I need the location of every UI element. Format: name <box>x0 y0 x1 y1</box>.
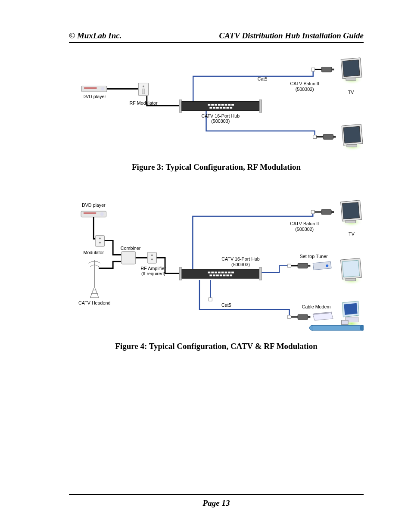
svg-rect-45 <box>179 268 182 280</box>
crt-monitor-icon <box>341 258 363 285</box>
svg-rect-54 <box>228 272 230 274</box>
svg-rect-13 <box>215 104 217 106</box>
figure-4-area: DVD player Modulator C <box>69 197 364 351</box>
figure-4-diagram: DVD player Modulator C <box>69 197 364 331</box>
svg-rect-30 <box>323 134 333 140</box>
figure-4-caption: Figure 4: Typical Configuration, CATV & … <box>69 342 364 351</box>
svg-rect-1 <box>313 135 317 139</box>
page-number: Page 13 <box>203 498 230 507</box>
svg-rect-17 <box>228 104 230 106</box>
cat5-label: Cat5 <box>258 76 268 81</box>
svg-point-43 <box>151 255 153 256</box>
balun-label-1: CATV Balun II <box>290 221 319 226</box>
svg-rect-48 <box>208 272 211 274</box>
svg-rect-71 <box>298 263 308 268</box>
page-header: © MuxLab Inc. CATV Distribution Hub Inst… <box>69 31 364 43</box>
svg-rect-27 <box>332 68 334 70</box>
svg-rect-12 <box>211 104 214 106</box>
modulator-icon <box>95 236 104 246</box>
svg-rect-11 <box>208 104 210 106</box>
svg-rect-67 <box>321 209 331 215</box>
svg-rect-8 <box>179 100 182 112</box>
svg-rect-65 <box>209 298 212 301</box>
cable-icon <box>309 325 364 330</box>
settop-icon <box>313 261 331 270</box>
svg-point-36 <box>100 212 104 216</box>
svg-rect-72 <box>308 265 311 267</box>
hub-label-1: CATV 16-Port Hub <box>201 113 240 118</box>
svg-rect-55 <box>231 272 234 274</box>
document-page: © MuxLab Inc. CATV Distribution Hub Inst… <box>0 0 411 532</box>
svg-rect-56 <box>209 274 212 276</box>
svg-rect-82 <box>312 325 362 330</box>
svg-rect-64 <box>288 264 291 268</box>
catv-hub-icon <box>179 268 262 280</box>
modulator-label: Modulator <box>83 250 104 255</box>
svg-rect-31 <box>333 136 336 138</box>
svg-rect-63 <box>311 210 314 214</box>
svg-rect-50 <box>215 272 217 274</box>
balun-modem-icon <box>298 314 310 320</box>
svg-rect-59 <box>220 274 222 276</box>
figure-3-diagram: DVD player RF Modulator <box>69 55 364 152</box>
balun-tv-icon <box>321 209 334 215</box>
tv-icon <box>341 200 363 227</box>
tv-top-icon <box>341 58 363 85</box>
svg-rect-15 <box>221 104 224 106</box>
svg-rect-33 <box>347 144 357 147</box>
svg-rect-42 <box>147 252 156 263</box>
dvd-player-icon <box>81 211 106 217</box>
svg-point-44 <box>151 258 153 260</box>
svg-rect-25 <box>230 107 232 109</box>
svg-rect-7 <box>142 89 145 94</box>
svg-rect-57 <box>213 274 215 276</box>
rf-amp-label-2: (If required) <box>141 271 165 276</box>
balun-label-2: (500302) <box>296 87 314 92</box>
svg-rect-75 <box>346 278 355 281</box>
cat5-label: Cat5 <box>221 302 231 308</box>
svg-rect-20 <box>213 107 215 109</box>
tv-label: TV <box>348 90 355 95</box>
catv-headend-icon <box>89 260 100 298</box>
figure-3-caption: Figure 3: Typical Configuration, RF Modu… <box>69 162 364 172</box>
combiner-label: Combiner <box>121 246 141 251</box>
header-right: CATV Distribution Hub Installation Guide <box>219 31 364 40</box>
pc-icon <box>341 301 363 328</box>
svg-point-73 <box>326 264 328 267</box>
rf-amp-label-1: RF Amplifier <box>141 266 166 271</box>
svg-rect-49 <box>211 272 214 274</box>
svg-rect-46 <box>259 268 262 280</box>
figure-3-svg: DVD player RF Modulator <box>69 55 364 152</box>
catv-headend-label: CATV Headend <box>78 300 110 305</box>
hub-label-1: CATV 16-Port Hub <box>221 256 260 261</box>
svg-rect-19 <box>209 107 212 109</box>
rf-amp-icon <box>147 252 156 263</box>
balun-label-1: CATV Balun II <box>290 81 319 86</box>
svg-rect-41 <box>121 252 136 264</box>
svg-rect-66 <box>288 315 291 319</box>
svg-rect-24 <box>226 107 229 109</box>
svg-rect-26 <box>321 67 331 72</box>
svg-rect-22 <box>220 107 222 109</box>
header-left: © MuxLab Inc. <box>69 31 121 40</box>
dvd-player-label: DVD player <box>82 202 106 208</box>
svg-point-83 <box>360 325 364 330</box>
svg-rect-68 <box>331 211 334 213</box>
svg-rect-23 <box>223 107 226 109</box>
dvd-player-icon <box>81 86 107 92</box>
balun-label-2: (500302) <box>295 227 314 232</box>
svg-rect-52 <box>221 272 224 274</box>
svg-rect-58 <box>216 274 219 276</box>
figure-4-svg: DVD player Modulator C <box>69 197 364 331</box>
rf-modulator-icon <box>138 83 148 96</box>
svg-rect-60 <box>223 274 226 276</box>
svg-rect-14 <box>218 104 221 106</box>
figure-3-area: DVD player RF Modulator <box>69 55 364 172</box>
tv-label: TV <box>349 231 355 236</box>
cable-modem-label: Cable Modem <box>302 304 331 309</box>
svg-point-39 <box>99 242 101 243</box>
svg-rect-80 <box>342 320 349 325</box>
settop-label: Set-top Tuner <box>300 254 328 259</box>
svg-rect-29 <box>346 78 356 81</box>
svg-rect-51 <box>218 272 221 274</box>
